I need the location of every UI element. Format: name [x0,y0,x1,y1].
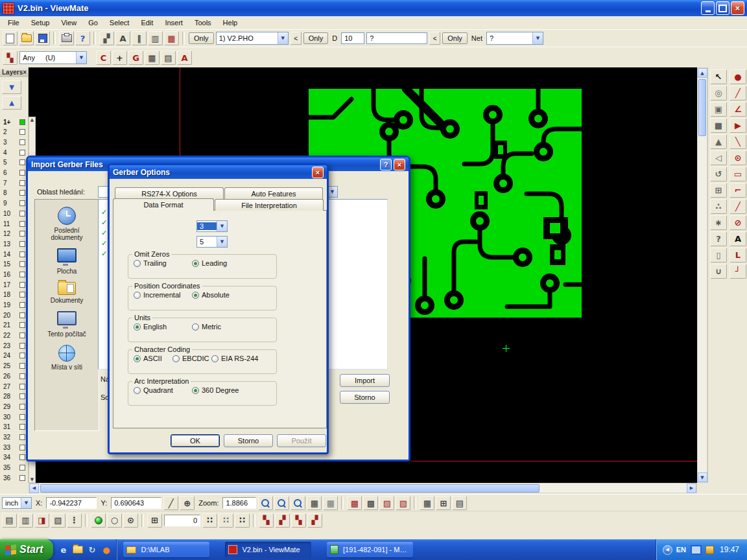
grid-value-field[interactable]: 0 [164,515,200,526]
layer-color-swatch[interactable] [19,424,25,430]
dot-grid-3-icon[interactable]: ∷ [235,513,250,528]
place-dokumenty[interactable]: Dokumenty [35,282,99,304]
add-pad-icon[interactable]: ● [729,69,746,84]
taskbar-task-message[interactable]: [191-482-091] - Mess... [327,542,413,557]
layer-color-swatch[interactable] [19,322,25,328]
bars-icon[interactable]: ‖ [132,31,147,45]
only-layer-toggle[interactable]: Only [189,32,214,44]
radio-trailing[interactable]: Trailing [134,259,192,267]
layer-color-swatch[interactable] [19,393,25,399]
grid-fine-icon[interactable]: ▦ [307,496,322,510]
layer-color-swatch[interactable] [19,150,25,156]
layer-row-21[interactable]: 21 [0,320,28,331]
tab-rs274x-options[interactable]: RS274-X Options [115,187,224,199]
start-button[interactable]: Start [0,539,53,560]
layers-close-icon[interactable]: × [23,69,27,76]
layer-color-swatch[interactable] [19,261,25,267]
update-launch-icon[interactable]: ↻ [86,542,98,557]
filled-rect-icon[interactable]: ■ [710,118,727,133]
layer-row-29[interactable]: 29 [0,402,28,412]
menu-item-view[interactable]: View [55,18,82,28]
folder-launch-icon[interactable] [71,542,84,557]
open-file-icon[interactable] [19,31,34,45]
menu-item-edit[interactable]: Edit [135,18,159,28]
layer-row-12[interactable]: 12 [0,229,28,239]
tray-collapse-icon[interactable]: ◀ [663,545,672,555]
draw-rect-icon[interactable]: ▭ [729,167,746,181]
units-combo[interactable]: inch ▼ [2,497,32,509]
layer-color-swatch[interactable] [19,302,25,308]
layer-row-17[interactable]: 17 [0,279,28,290]
hatch-icon[interactable]: ▧ [51,513,65,528]
menu-item-tools[interactable]: Tools [189,18,217,28]
taskbar-clock[interactable]: 19:47 [720,545,739,554]
radio-eia-rs-244[interactable]: EIA RS-244 [211,355,258,362]
layer-color-swatch[interactable] [19,373,25,379]
layer-row-22[interactable]: 22 [0,331,28,341]
grid-add-icon[interactable]: ⊞ [436,496,451,510]
text-tool-icon[interactable]: A [729,231,746,246]
clear-marker-icon[interactable]: ○ [107,513,122,528]
layer-row-33[interactable]: 33 [0,442,28,452]
layer-color-swatch[interactable] [19,139,25,145]
layer-row-4[interactable]: 4 [0,147,28,158]
layer-color-swatch[interactable] [19,200,25,206]
dcode-filter-icon[interactable]: ▚ [3,51,18,65]
prev-layer-button[interactable]: < [290,32,302,45]
radio-quadrant[interactable]: Quadrant [134,386,192,394]
only-net-toggle[interactable]: Only [442,32,468,44]
combo-arrow-icon[interactable]: ▼ [76,52,86,64]
layer-row-13[interactable]: 13 [0,239,28,250]
dot-grid-1-icon[interactable]: ∷ [202,513,217,528]
display-mode-4-icon[interactable]: ▧ [396,496,410,510]
gerber-dialog-titlebar[interactable]: Gerber Options × [110,165,327,179]
pad-grid-icon[interactable]: ▦ [145,51,160,65]
erase-icon[interactable]: ⊘ [729,215,746,230]
active-layer-row[interactable]: 1+ [0,117,28,127]
layer-row-25[interactable]: 25 [0,361,28,371]
layer-color-swatch[interactable] [19,404,25,410]
draw-circle-icon[interactable]: ⊙ [729,150,746,165]
layer-color-swatch[interactable] [19,312,25,318]
radio-ebcdic[interactable]: EBCDIC [172,355,211,362]
layer-row-32[interactable]: 32 [0,432,28,443]
layer-row-2[interactable]: 2 [0,127,28,137]
layer-color-swatch[interactable] [19,445,25,450]
scroll-down-icon[interactable]: ▼ [30,477,34,482]
layer-up-button[interactable]: ▲ [2,96,21,110]
layer-row-28[interactable]: 28 [0,391,28,402]
scroll-right-icon[interactable]: ▶ [687,484,696,493]
ok-button[interactable]: OK [171,434,220,447]
snap-grid-icon[interactable]: ⊞ [710,183,727,198]
union-icon[interactable]: ∪ [710,264,727,279]
place-m-sta-v-s-ti[interactable]: Místa v síti [35,345,99,371]
tab-data-format[interactable]: Data Format [113,198,214,211]
language-indicator[interactable]: EN [676,546,686,554]
save-file-icon[interactable] [35,31,50,45]
text-select-icon[interactable]: A [177,51,192,65]
minimize-button[interactable] [701,1,715,15]
film-stack-icon[interactable]: ▤ [2,513,17,528]
select-arrow-icon[interactable]: ↖ [710,69,727,84]
sketch-mode-icon[interactable]: ▤ [452,496,467,510]
film-list-icon[interactable]: ▥ [18,513,33,528]
layer-row-5[interactable]: 5 [0,158,28,168]
layer-color-swatch[interactable] [19,251,25,257]
layer-color-swatch[interactable] [19,272,25,277]
browser-launch-icon[interactable]: ● [100,542,112,557]
scroll-up-icon[interactable]: ▲ [30,117,34,122]
layer-row-14[interactable]: 14 [0,249,28,259]
layer-color-swatch[interactable] [19,292,25,298]
flip-horizontal-icon[interactable]: ◁ [710,150,727,165]
internet-explorer-icon[interactable]: e [57,542,69,557]
dots-icon[interactable]: ∴ [710,199,727,214]
half-fill-icon[interactable]: ◨ [34,513,49,528]
cancel-button[interactable]: Storno [224,434,273,447]
scroll-up-icon[interactable]: ▲ [698,68,707,78]
dialog-close-button[interactable]: × [312,167,324,178]
draw-line-icon[interactable]: ╱ [729,86,746,100]
dialog-help-button[interactable]: ? [380,159,392,170]
scroll-down-icon[interactable]: ▼ [698,472,707,482]
close-button[interactable]: × [731,1,744,15]
menu-item-insert[interactable]: Insert [159,18,189,28]
